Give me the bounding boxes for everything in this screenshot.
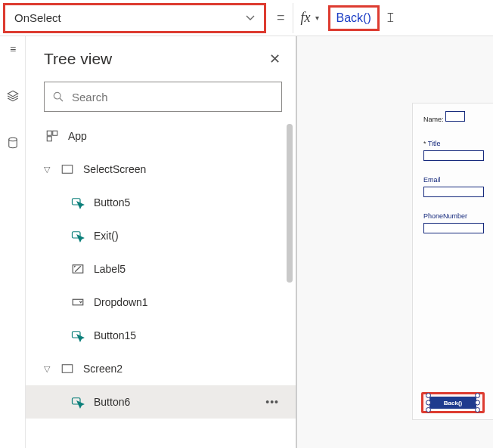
tree-item-button6[interactable]: Button6 ••• <box>26 385 296 419</box>
form-input[interactable] <box>423 187 484 197</box>
form-row-email: Email <box>423 176 493 199</box>
svg-rect-5 <box>62 165 73 174</box>
tree-item-selectscreen[interactable]: ▽ SelectScreen <box>26 153 296 186</box>
form-label: Name: <box>423 116 444 123</box>
tree-item-label: Dropdown1 <box>94 296 148 308</box>
svg-rect-2 <box>47 131 51 135</box>
close-icon[interactable]: ✕ <box>269 51 281 67</box>
tree-item-label: SelectScreen <box>83 163 146 175</box>
resize-handle[interactable] <box>426 407 431 412</box>
search-box[interactable] <box>44 82 282 112</box>
resize-handle[interactable] <box>475 407 480 412</box>
svg-rect-3 <box>53 131 57 135</box>
chevron-down-icon[interactable]: ▽ <box>39 165 54 175</box>
form-label: Title <box>423 140 493 147</box>
button-icon <box>70 327 86 344</box>
formula-text: Back() <box>336 11 371 25</box>
screen-preview[interactable]: Name: Title Email PhoneNumber <box>412 103 493 420</box>
tree-view-panel: Tree view ✕ App ▽ <box>26 36 296 448</box>
form-row-title: Title <box>423 140 493 162</box>
tree-item-exit[interactable]: Exit() <box>26 219 296 252</box>
fx-button[interactable]: fx ▾ <box>293 3 324 33</box>
tree-item-button5[interactable]: Button5 <box>26 186 296 219</box>
tree-item-label: Button5 <box>94 196 130 209</box>
chevron-down-icon: ▾ <box>315 14 319 22</box>
tree-item-label: Label5 <box>94 263 126 275</box>
tree-item-dropdown1[interactable]: Dropdown1 <box>26 286 296 319</box>
layers-icon[interactable] <box>6 89 20 103</box>
svg-rect-4 <box>47 137 51 141</box>
button-preview[interactable]: Back() <box>429 397 476 409</box>
formula-input[interactable]: Back() <box>328 5 380 31</box>
hamburger-icon[interactable]: ≡ <box>6 42 20 56</box>
tree-item-button15[interactable]: Button15 <box>26 319 296 352</box>
svg-rect-11 <box>62 365 73 373</box>
equals-sign: = <box>269 10 293 26</box>
tree-item-app[interactable]: App <box>26 119 296 153</box>
screen-icon <box>59 360 76 377</box>
form-input[interactable] <box>423 223 484 233</box>
button-icon <box>70 227 86 244</box>
property-name: OnSelect <box>14 11 61 24</box>
form-row-name: Name: <box>423 111 493 123</box>
more-icon[interactable]: ••• <box>265 396 279 408</box>
button-icon <box>70 194 86 211</box>
chevron-down-icon[interactable]: ▽ <box>39 364 54 374</box>
button-text: Back() <box>444 400 462 406</box>
resize-handle[interactable] <box>426 393 431 398</box>
app-icon <box>44 128 60 144</box>
tree-item-label: App <box>68 130 87 142</box>
data-icon[interactable] <box>6 136 20 150</box>
tree-item-label: Exit() <box>94 230 119 242</box>
form-label: Email <box>423 176 493 184</box>
screen-icon <box>59 161 76 178</box>
tree-body: App ▽ SelectScreen Button5 Exit() <box>26 119 296 448</box>
search-input[interactable] <box>72 91 274 104</box>
dropdown-icon <box>70 294 86 311</box>
svg-point-0 <box>8 137 17 141</box>
form-input[interactable] <box>445 111 465 122</box>
fx-icon: fx <box>301 10 311 26</box>
text-cursor-icon: 𝙸 <box>386 10 395 26</box>
label-icon <box>70 261 86 277</box>
property-dropdown[interactable]: OnSelect <box>3 3 266 33</box>
selected-button-on-canvas[interactable]: Back() <box>421 392 485 413</box>
tree-item-label: Button15 <box>94 329 136 341</box>
tree-item-label5[interactable]: Label5 <box>26 252 296 286</box>
chevron-down-icon <box>246 14 255 23</box>
form-row-phone: PhoneNumber <box>423 212 493 235</box>
tree-item-label: Screen2 <box>83 363 122 375</box>
left-rail: ≡ <box>0 36 26 448</box>
search-icon <box>52 91 64 103</box>
svg-point-1 <box>54 92 60 99</box>
button-icon <box>70 394 86 410</box>
resize-handle[interactable] <box>475 400 480 406</box>
tree-view-title: Tree view <box>44 50 112 68</box>
scrollbar-thumb[interactable] <box>287 124 293 283</box>
resize-handle[interactable] <box>475 393 480 398</box>
form-label: PhoneNumber <box>423 212 493 220</box>
tree-item-screen2[interactable]: ▽ Screen2 <box>26 352 296 385</box>
formula-bar: OnSelect = fx ▾ Back() 𝙸 <box>0 0 493 36</box>
tree-item-label: Button6 <box>94 396 130 408</box>
form-input[interactable] <box>423 150 484 161</box>
resize-handle[interactable] <box>426 400 431 406</box>
canvas-area: Name: Title Email PhoneNumber <box>296 36 493 448</box>
